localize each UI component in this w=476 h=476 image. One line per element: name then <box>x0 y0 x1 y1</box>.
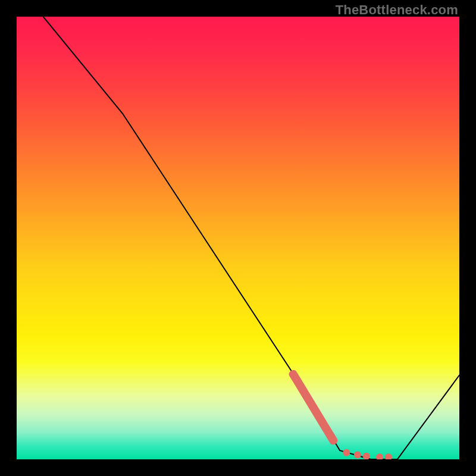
bottleneck-curve <box>43 17 459 459</box>
highlight-dot <box>376 453 383 459</box>
highlight-dot <box>343 449 350 456</box>
highlight-dot <box>354 452 361 459</box>
chart-svg <box>17 17 459 459</box>
highlight-segment <box>287 369 339 446</box>
highlight-dot <box>385 453 392 459</box>
highlight-markers <box>287 369 392 459</box>
highlight-dot <box>363 453 370 459</box>
chart-plot-area <box>17 17 459 459</box>
watermark-text: TheBottleneck.com <box>336 2 458 18</box>
